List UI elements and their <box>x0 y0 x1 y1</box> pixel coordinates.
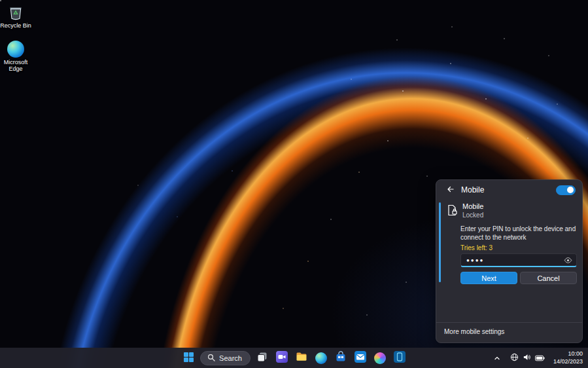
hidden-icons-button[interactable] <box>491 350 503 367</box>
edge-button[interactable] <box>313 350 329 366</box>
taskbar-search[interactable]: Search <box>200 351 251 365</box>
tries-left-text: Tries left: 3 <box>460 244 577 251</box>
sim-lock-icon <box>445 202 458 219</box>
store-icon <box>335 351 347 365</box>
clock-time: 10:00 <box>553 350 583 358</box>
toggle-knob <box>567 187 574 193</box>
microsoft-edge-shortcut[interactable]: Microsoft Edge <box>0 41 31 73</box>
volume-icon <box>523 352 531 364</box>
chevron-up-icon <box>494 352 500 364</box>
quick-settings-button[interactable] <box>509 350 546 366</box>
more-mobile-settings-link[interactable]: More mobile settings <box>436 322 582 342</box>
mail-icon <box>355 351 366 365</box>
search-icon <box>207 354 215 363</box>
phone-link-button[interactable] <box>392 350 407 366</box>
edge-icon <box>315 352 327 364</box>
panel-title: Mobile <box>461 185 484 194</box>
edge-icon <box>0 41 31 58</box>
phone-link-icon <box>394 351 406 365</box>
task-view-icon <box>256 351 268 365</box>
selected-item-indicator <box>439 202 441 282</box>
file-explorer-icon <box>296 351 307 365</box>
taskbar: Search <box>0 348 588 368</box>
taskbar-clock[interactable]: 10:00 14/02/2023 <box>552 349 584 367</box>
back-button[interactable] <box>444 184 456 196</box>
mobile-flyout-panel: Mobile Mobile Locked Enter your PIN to u… <box>436 179 583 343</box>
desktop-icon-label: Microsoft Edge <box>0 59 31 73</box>
network-status: Locked <box>462 212 483 219</box>
battery-icon <box>535 352 545 364</box>
network-item-text: Mobile Locked <box>462 202 483 219</box>
pin-input[interactable]: ●●●● <box>460 253 577 267</box>
photos-icon <box>374 352 386 364</box>
search-label: Search <box>219 354 242 362</box>
file-explorer-button[interactable] <box>294 350 309 366</box>
reveal-password-icon[interactable] <box>564 256 572 265</box>
chat-icon <box>276 351 288 365</box>
pin-buttons: Next Cancel <box>460 272 577 284</box>
mail-button[interactable] <box>353 350 368 366</box>
network-globe-icon <box>510 352 519 364</box>
cancel-button[interactable]: Cancel <box>520 272 577 284</box>
system-tray: 10:00 14/02/2023 <box>491 348 584 368</box>
store-button[interactable] <box>333 350 349 366</box>
pin-prompt-text: Enter your PIN to unlock the device and … <box>460 225 577 242</box>
next-button[interactable]: Next <box>460 272 517 284</box>
panel-header: Mobile <box>436 180 582 200</box>
mobile-network-item[interactable]: Mobile Locked <box>445 202 574 219</box>
mobile-toggle[interactable] <box>556 185 576 195</box>
clock-date: 14/02/2023 <box>553 358 583 365</box>
pin-masked-value: ●●●● <box>466 257 564 263</box>
chat-button[interactable] <box>274 350 290 366</box>
panel-body: Mobile Locked Enter your PIN to unlock t… <box>436 200 582 284</box>
back-arrow-icon <box>446 185 454 195</box>
pin-section: Enter your PIN to unlock the device and … <box>460 225 577 284</box>
network-name: Mobile <box>462 202 483 210</box>
recycle-bin-shortcut[interactable]: Recycle Bin <box>0 4 31 29</box>
start-icon <box>184 352 194 364</box>
recycle-bin-icon <box>0 4 31 21</box>
photos-button[interactable] <box>372 350 388 366</box>
desktop-icon-label: Recycle Bin <box>0 22 31 29</box>
task-view-button[interactable] <box>254 350 270 366</box>
start-button[interactable] <box>181 350 196 366</box>
